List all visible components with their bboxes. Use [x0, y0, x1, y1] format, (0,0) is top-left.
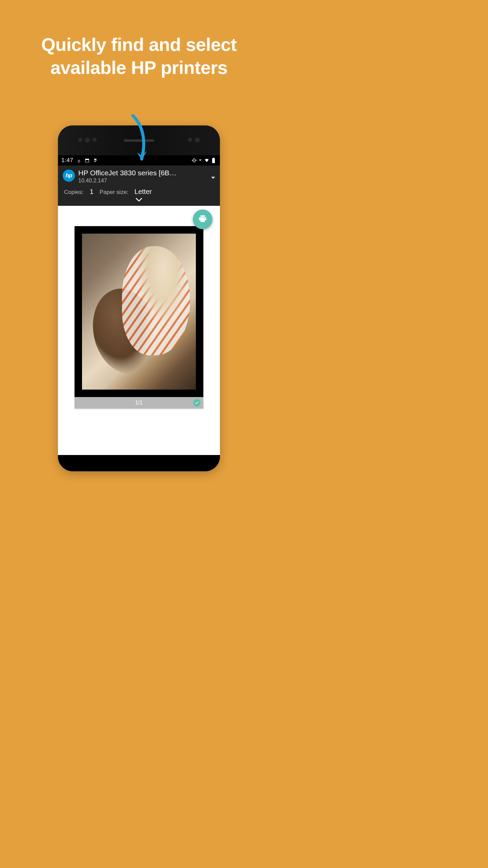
phone-sensors [78, 138, 97, 142]
play-protect-icon [93, 158, 98, 163]
svg-rect-1 [85, 159, 89, 160]
printer-selector[interactable]: hp HP OfficeJet 3830 series [6B… 10.40.2… [63, 169, 215, 184]
expand-options-button[interactable] [63, 196, 215, 204]
caret-down-icon [199, 159, 202, 162]
hp-logo-icon: hp [63, 170, 75, 182]
battery-icon [212, 158, 215, 163]
wifi-icon [204, 158, 210, 163]
phone-bezel-bottom [58, 455, 220, 471]
status-time: 1:47 [61, 157, 73, 164]
hp-logo-text: hp [66, 172, 72, 179]
print-options-panel: hp HP OfficeJet 3830 series [6B… 10.40.2… [58, 165, 220, 206]
page-selected-check-icon[interactable] [193, 399, 201, 407]
phone-sensors [188, 138, 200, 142]
download-icon [77, 158, 81, 163]
paper-size-value[interactable]: Letter [135, 188, 152, 196]
preview-page-border [75, 226, 203, 397]
headline-line-2: available HP printers [50, 57, 228, 78]
svg-rect-2 [194, 159, 195, 162]
svg-rect-4 [213, 158, 214, 158]
copies-label: Copies: [64, 189, 84, 196]
print-button[interactable] [193, 210, 212, 229]
printer-ip: 10.40.2.147 [78, 178, 206, 184]
printer-name: HP OfficeJet 3830 series [6B… [78, 169, 206, 177]
print-settings-row: Copies: 1 Paper size: Letter [63, 188, 215, 196]
preview-page-footer: 1/1 [75, 397, 203, 409]
calendar-icon [85, 158, 89, 163]
page-counter: 1/1 [135, 400, 143, 406]
preview-page[interactable]: 1/1 [75, 226, 203, 409]
preview-photo [82, 234, 196, 390]
svg-point-5 [204, 218, 205, 219]
headline-line-1: Quickly find and select [41, 34, 237, 55]
svg-rect-3 [212, 158, 215, 163]
printer-icon [198, 214, 207, 224]
paper-size-label: Paper size: [100, 189, 128, 196]
marketing-headline: Quickly find and select available HP pri… [41, 33, 237, 79]
phone-screen: 1:47 [58, 155, 220, 455]
attention-arrow-icon [125, 114, 152, 168]
phone-mockup: 1:47 [58, 125, 220, 471]
copies-value[interactable]: 1 [90, 188, 94, 196]
print-preview-area[interactable]: 1/1 [58, 206, 220, 455]
chevron-down-icon [211, 177, 215, 179]
vibrate-icon [191, 158, 197, 163]
